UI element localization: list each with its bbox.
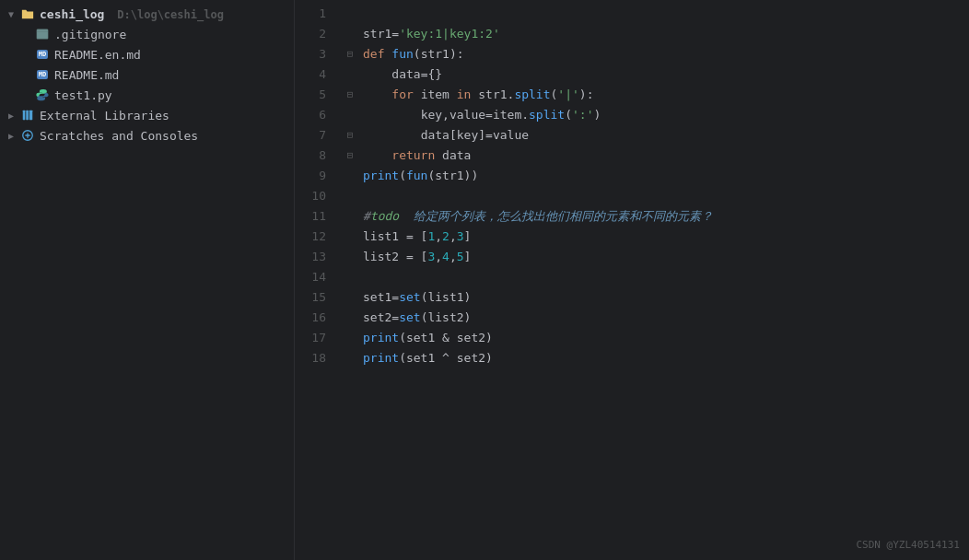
sidebar-item-label: README.md (54, 68, 119, 82)
sidebar-item-label: Scratches and Consoles (40, 129, 198, 143)
code-line-1: 1 (295, 4, 969, 24)
svg-rect-3 (26, 111, 29, 121)
code-line-5: 5 ⊟ for item in str1.split('|'): (295, 85, 969, 105)
sidebar-item-label: External Libraries (40, 109, 169, 122)
root-folder-label: ceshi_log D:\log\ceshi_log (40, 7, 224, 21)
scratches-arrow-icon (4, 128, 18, 143)
svg-rect-0 (37, 29, 48, 40)
sidebar-item-scratches[interactable]: Scratches and Consoles (0, 125, 294, 146)
sidebar-item-label: test1.py (54, 88, 112, 102)
code-line-17: 17 print(set1 & set2) (295, 328, 969, 348)
code-line-2: 2 str1='key:1|key1:2' (295, 24, 969, 44)
code-line-14: 14 (295, 267, 969, 287)
sidebar-item-label: README.en.md (54, 48, 141, 62)
sidebar-item-label: .gitignore (54, 28, 126, 41)
code-line-4: 4 data={} (295, 64, 969, 85)
code-line-11: 11 #todo 给定两个列表，怎么找出他们相同的元素和不同的元素？ (295, 206, 969, 227)
code-line-10: 10 (295, 186, 969, 206)
sidebar-item-gitignore[interactable]: .gitignore (0, 24, 294, 44)
python-icon (35, 88, 50, 102)
code-line-16: 16 set2=set(list2) (295, 308, 969, 328)
code-editor: 1 2 str1='key:1|key1:2' 3 ⊟ def fun(str1… (295, 0, 969, 560)
code-line-3: 3 ⊟ def fun(str1): (295, 44, 969, 64)
lib-icon (20, 108, 35, 122)
scratch-icon (20, 128, 35, 143)
sidebar-item-test1[interactable]: test1.py (0, 85, 294, 105)
code-lines: 1 2 str1='key:1|key1:2' 3 ⊟ def fun(str1… (295, 4, 969, 368)
code-line-18: 18 print(set1 ^ set2) (295, 348, 969, 368)
code-line-12: 12 list1 = [1,2,3] (295, 227, 969, 247)
code-line-13: 13 list2 = [3,4,5] (295, 247, 969, 267)
svg-rect-2 (23, 111, 26, 121)
sidebar-item-readme[interactable]: MD README.md (0, 64, 294, 85)
svg-rect-4 (29, 111, 33, 121)
ext-libs-arrow-icon (4, 108, 18, 122)
sidebar-item-ext-libs[interactable]: External Libraries (0, 105, 294, 125)
md-icon: MD (35, 67, 50, 82)
git-icon (35, 27, 50, 41)
root-path: D:\log\ceshi_log (117, 8, 224, 21)
sidebar-root-folder[interactable]: ceshi_log D:\log\ceshi_log (0, 4, 294, 24)
code-line-9: 9 print(fun(str1)) (295, 166, 969, 186)
md-icon: MD (35, 47, 50, 62)
watermark: CSDN @YZL40514131 (856, 539, 960, 551)
code-line-8: 8 ⊟ return data (295, 146, 969, 166)
code-line-15: 15 set1=set(list1) (295, 287, 969, 308)
folder-arrow-icon (4, 6, 18, 21)
code-line-7: 7 ⊟ data[key]=value (295, 125, 969, 146)
sidebar: ceshi_log D:\log\ceshi_log .gitignore MD… (0, 0, 295, 560)
folder-icon (20, 6, 35, 21)
sidebar-item-readme-en[interactable]: MD README.en.md (0, 44, 294, 64)
code-line-6: 6 key,value=item.split(':') (295, 105, 969, 125)
